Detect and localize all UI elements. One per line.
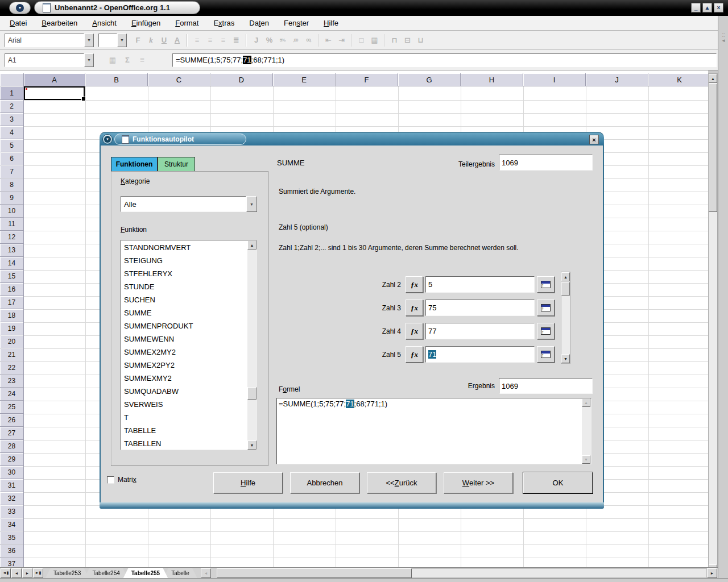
vertical-scrollbar[interactable]: ▲ ▼	[708, 73, 718, 574]
selected-cell-a1[interactable]	[24, 86, 85, 100]
menu-extras[interactable]: Extras	[206, 17, 242, 29]
formel-scrollbar[interactable]: ▲ ▼	[582, 398, 591, 464]
formel-scroll-down-button[interactable]: ▼	[582, 455, 590, 464]
sheet-tab-tabelle254[interactable]: Tabelle254	[84, 568, 127, 578]
abbrechen-button[interactable]: Abbrechen	[290, 472, 359, 493]
tab-struktur[interactable]: Struktur	[158, 157, 195, 171]
row-header-36[interactable]: 36	[0, 544, 24, 558]
align-left-icon[interactable]: ≡	[191, 34, 204, 47]
column-header-I[interactable]: I	[523, 73, 586, 86]
row-header-27[interactable]: 27	[0, 427, 24, 440]
row-header-24[interactable]: 24	[0, 388, 24, 401]
row-header-30[interactable]: 30	[0, 466, 24, 479]
next-sheet-button[interactable]: ►	[22, 568, 32, 578]
formel-textarea[interactable]: =SUMME(1;5;75;77;71;68;771;1) ▲ ▼	[276, 398, 592, 464]
menu-einfügen[interactable]: Einfügen	[124, 17, 168, 29]
fx-button-2[interactable]: ƒx	[406, 276, 423, 293]
close-button[interactable]: ×	[714, 3, 723, 13]
function-item-steigung[interactable]: STEIGUNG	[122, 254, 247, 267]
row-header-35[interactable]: 35	[0, 531, 24, 544]
column-header-B[interactable]: B	[85, 73, 148, 86]
row-header-28[interactable]: 28	[0, 440, 24, 453]
select-all-corner[interactable]	[0, 73, 24, 86]
align-bottom-icon[interactable]: ⊔	[414, 34, 427, 47]
add-decimal-icon[interactable]: ,00	[289, 34, 302, 47]
ok-button[interactable]: OK	[523, 472, 593, 493]
list-scroll-up-button[interactable]: ▲	[247, 240, 257, 250]
function-item-standnormvert[interactable]: STANDNORMVERT	[122, 241, 247, 254]
align-justify-icon[interactable]: ≣	[230, 34, 243, 47]
dialog-close-button[interactable]: ×	[589, 135, 599, 144]
row-header-8[interactable]: 8	[0, 178, 24, 192]
formel-scroll-up-button[interactable]: ▲	[582, 398, 590, 407]
first-sheet-button[interactable]: ◄▮	[1, 568, 11, 578]
row-header-10[interactable]: 10	[0, 205, 24, 218]
column-header-G[interactable]: G	[398, 73, 461, 86]
arguments-scrollbar[interactable]: ▲ ▼	[561, 272, 570, 364]
row-header-33[interactable]: 33	[0, 505, 24, 518]
row-header-32[interactable]: 32	[0, 492, 24, 505]
hscroll-left-button[interactable]: ◄	[201, 568, 211, 578]
function-item-summexmy2[interactable]: SUMMEXMY2	[122, 372, 247, 385]
function-listbox[interactable]: STANDNORMVERTSTEIGUNGSTFEHLERYXSTUNDESUC…	[121, 240, 257, 450]
fx-button-5[interactable]: ƒx	[406, 346, 423, 363]
function-item-stfehleryx[interactable]: STFEHLERYX	[122, 267, 247, 280]
hilfe-button[interactable]: Hilfe	[213, 472, 283, 493]
function-item-summex2py2[interactable]: SUMMEX2PY2	[122, 359, 247, 372]
currency-format-icon[interactable]: J	[250, 34, 263, 47]
column-header-J[interactable]: J	[586, 73, 648, 86]
toolbar-overflow-arrow[interactable]: ⁚⁚◄	[719, 33, 727, 50]
font-size-field[interactable]	[98, 34, 117, 47]
last-sheet-button[interactable]: ►▮	[33, 568, 43, 578]
row-header-7[interactable]: 7	[0, 165, 24, 178]
list-scroll-down-button[interactable]: ▼	[247, 440, 257, 450]
function-item-tabelle[interactable]: TABELLE	[122, 424, 247, 437]
shrink-button-4[interactable]: ↑	[537, 323, 555, 339]
vertical-scroll-thumb[interactable]	[709, 84, 717, 212]
cell-reference-field[interactable]: A1	[5, 53, 84, 67]
row-header-12[interactable]: 12	[0, 231, 24, 244]
window-menu-button[interactable]: ▼	[9, 2, 31, 14]
row-header-21[interactable]: 21	[0, 348, 24, 361]
underline-icon[interactable]: U	[158, 34, 171, 47]
function-item-summe[interactable]: SUMME	[122, 306, 247, 319]
dialog-titlebar[interactable]: ▼ Funktionsautopilot ×	[100, 132, 604, 146]
maximize-button[interactable]: ▲	[702, 3, 712, 13]
horizontal-scroll-track[interactable]	[412, 568, 707, 578]
font-size-combo[interactable]: ▼	[98, 34, 127, 47]
function-item-stunde[interactable]: STUNDE	[122, 280, 247, 293]
column-header-E[interactable]: E	[273, 73, 336, 86]
row-header-22[interactable]: 22	[0, 361, 24, 375]
font-size-dropdown-icon[interactable]: ▼	[117, 34, 127, 47]
increase-indent-icon[interactable]: ⇥	[335, 34, 348, 47]
minimize-button[interactable]: _	[691, 3, 701, 13]
arg-input-3[interactable]: 75	[425, 300, 535, 316]
column-header-A[interactable]: A	[24, 73, 85, 86]
row-header-19[interactable]: 19	[0, 322, 24, 335]
decrease-indent-icon[interactable]: ⇤	[322, 34, 335, 47]
function-item-summex2my2[interactable]: SUMMEX2MY2	[122, 346, 247, 359]
align-center-vertical-icon[interactable]: ⊟	[401, 34, 414, 47]
font-name-combo[interactable]: Arial ▼	[5, 34, 94, 47]
sum-icon[interactable]: Σ	[121, 55, 134, 66]
row-header-11[interactable]: 11	[0, 218, 24, 231]
column-header-F[interactable]: F	[336, 73, 398, 86]
align-center-icon[interactable]: ≡	[204, 34, 217, 47]
args-scroll-down-button[interactable]: ▼	[561, 354, 570, 363]
column-header-K[interactable]: K	[648, 73, 708, 86]
row-header-13[interactable]: 13	[0, 244, 24, 257]
args-scroll-thumb[interactable]	[561, 282, 570, 296]
row-header-4[interactable]: 4	[0, 126, 24, 139]
selection-handle[interactable]	[81, 97, 86, 101]
menu-datei[interactable]: Datei	[2, 17, 34, 29]
background-color-icon[interactable]: ▦	[368, 34, 381, 47]
formula-input[interactable]: =SUMME(1;5;75;77;71;68;771;1)	[172, 53, 717, 67]
row-header-31[interactable]: 31	[0, 479, 24, 492]
row-header-34[interactable]: 34	[0, 518, 24, 531]
row-header-26[interactable]: 26	[0, 414, 24, 427]
function-item-sumquadabw[interactable]: SUMQUADABW	[122, 385, 247, 398]
function-item-tabellen[interactable]: TABELLEN	[122, 437, 247, 449]
args-scroll-up-button[interactable]: ▲	[561, 272, 570, 281]
row-header-5[interactable]: 5	[0, 139, 24, 152]
hscroll-right-button[interactable]: ►	[707, 568, 717, 578]
